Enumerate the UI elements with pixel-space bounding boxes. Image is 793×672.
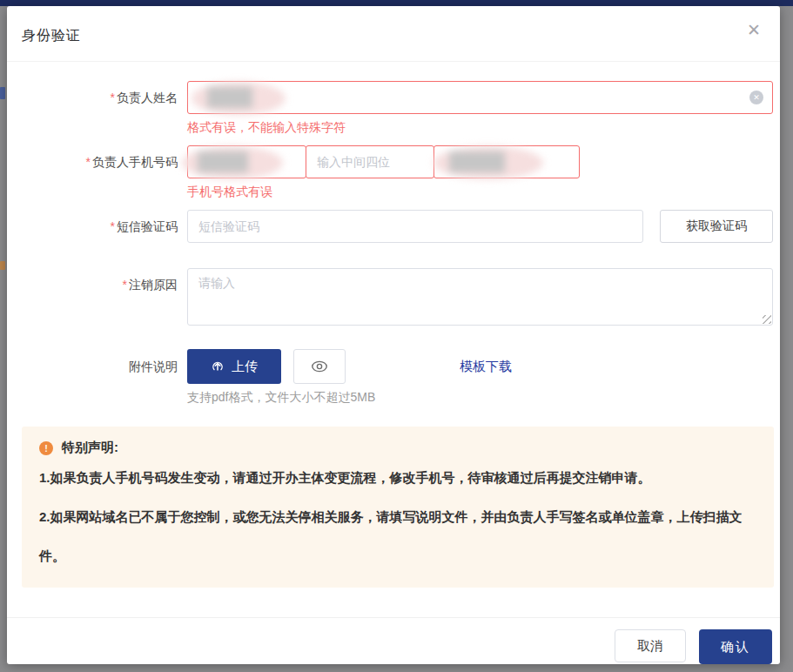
close-icon[interactable]: ✕ <box>747 22 761 38</box>
warning-icon: ! <box>39 441 53 455</box>
sms-code-input[interactable] <box>187 210 643 243</box>
reason-textarea[interactable] <box>187 268 773 326</box>
background-page-artifact <box>0 261 5 270</box>
textarea-resize-handle[interactable] <box>763 315 771 324</box>
required-mark: * <box>123 278 127 292</box>
statement-item-1: 1.如果负责人手机号码发生变动，请通过开办主体变更流程，修改手机号，待审核通过后… <box>39 458 756 497</box>
clear-input-icon[interactable]: ✕ <box>749 91 763 104</box>
phone-suffix-input[interactable] <box>433 145 580 178</box>
required-mark: * <box>86 155 91 169</box>
statement-title: 特别声明: <box>62 440 118 456</box>
phone-middle-input[interactable] <box>306 145 434 178</box>
phone-error-text: 手机号格式有误 <box>187 183 773 200</box>
sms-row: *短信验证码 获取验证码 <box>22 210 773 243</box>
required-mark: * <box>111 219 115 233</box>
phone-prefix-input[interactable] <box>187 145 306 178</box>
name-input[interactable] <box>187 81 773 114</box>
template-download-link[interactable]: 模板下载 <box>460 359 512 375</box>
dialog-footer: 取消 确认 <box>7 617 780 664</box>
attachment-hint: 支持pdf格式，文件大小不超过5MB <box>187 390 773 406</box>
reason-row: *注销原因 <box>22 268 773 326</box>
name-row: *负责人姓名 ✕ 格式有误，不能输入特殊字符 <box>22 81 773 145</box>
eye-icon <box>311 360 328 373</box>
upload-icon <box>211 360 225 373</box>
attachment-row: 附件说明 上传 <box>22 349 773 406</box>
required-mark: * <box>111 91 115 104</box>
confirm-button[interactable]: 确认 <box>699 629 772 664</box>
statement-item-2: 2.如果网站域名已不属于您控制，或您无法关停相关服务，请填写说明文件，并由负责人… <box>39 497 756 575</box>
dialog-header: 身份验证 ✕ <box>7 6 780 62</box>
phone-row: *负责人手机号码 手机号格式有误 <box>22 145 773 210</box>
special-statement-box: ! 特别声明: 1.如果负责人手机号码发生变动，请通过开办主体变更流程，修改手机… <box>22 427 774 588</box>
attachment-label: 附件说明 <box>22 349 187 384</box>
name-error-text: 格式有误，不能输入特殊字符 <box>187 118 773 136</box>
name-label: *负责人姓名 <box>22 81 187 114</box>
background-page-artifact <box>0 87 5 99</box>
sms-label: *短信验证码 <box>22 210 187 243</box>
background-page-topbar <box>0 0 793 6</box>
upload-button[interactable]: 上传 <box>187 349 281 384</box>
dialog-title: 身份验证 <box>22 28 81 43</box>
reason-label: *注销原因 <box>22 268 187 301</box>
dialog-body: *负责人姓名 ✕ 格式有误，不能输入特殊字符 *负责人手机号码 <box>7 62 780 588</box>
get-code-button[interactable]: 获取验证码 <box>660 210 773 243</box>
cancel-button[interactable]: 取消 <box>615 629 686 662</box>
phone-label: *负责人手机号码 <box>22 145 187 178</box>
identity-verification-dialog: 身份验证 ✕ *负责人姓名 ✕ 格式有误，不能输入特殊字符 *负责人手机号码 <box>7 6 780 664</box>
preview-button[interactable] <box>293 349 346 384</box>
